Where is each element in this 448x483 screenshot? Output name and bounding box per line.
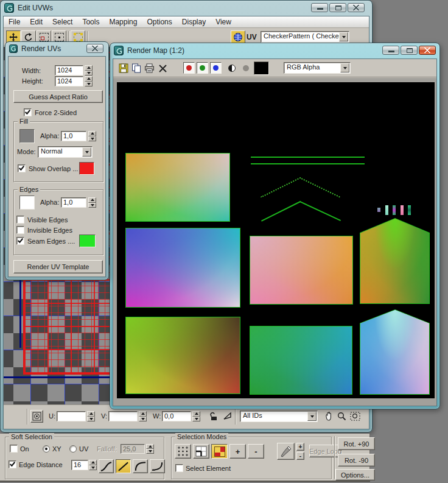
id-filter-dropdown[interactable]: All IDs: [240, 411, 318, 422]
show-map-button[interactable]: [231, 30, 245, 44]
render-uv-template-button[interactable]: Render UV Template: [13, 260, 103, 273]
grow-selection-button[interactable]: +: [229, 444, 246, 459]
save-bitmap-button[interactable]: [118, 63, 129, 74]
force-two-sided-checkbox[interactable]: [24, 108, 32, 116]
close-icon[interactable]: [86, 44, 103, 53]
zoom-button[interactable]: [336, 411, 347, 421]
filter-selected-faces-button[interactable]: [222, 411, 233, 421]
menu-options[interactable]: Options: [142, 18, 177, 26]
width-spinner[interactable]: [85, 65, 93, 76]
green-channel-dot-icon: [200, 65, 205, 71]
rotate-plus-90-button[interactable]: Rot. +90: [338, 437, 375, 450]
height-input[interactable]: 1024: [55, 76, 83, 86]
linear-falloff-button[interactable]: [116, 459, 131, 473]
chevron-down-icon[interactable]: [307, 412, 317, 421]
edges-alpha-spinner[interactable]: [88, 197, 96, 208]
shrink-selection-button[interactable]: -: [248, 444, 264, 459]
edge-distance-checkbox[interactable]: [9, 460, 16, 468]
edge-loop-button[interactable]: Edge Loop: [309, 445, 341, 457]
face-mode-button[interactable]: [211, 444, 228, 459]
edge-color-swatch[interactable]: [19, 196, 35, 210]
seam-color-swatch[interactable]: [79, 234, 96, 247]
menu-tools[interactable]: Tools: [77, 18, 104, 26]
alpha-channel-button[interactable]: [240, 63, 251, 74]
paint-select-button[interactable]: [277, 443, 295, 460]
fill-alpha-input[interactable]: 1,0: [61, 131, 86, 141]
red-channel-button[interactable]: [183, 62, 195, 74]
delete-button[interactable]: [157, 63, 168, 74]
chevron-down-icon[interactable]: [339, 32, 348, 41]
menu-select[interactable]: Select: [47, 18, 77, 26]
soft-selection-on-label: On: [20, 445, 29, 453]
show-overlap-checkbox[interactable]: [18, 164, 26, 172]
channel-display-dropdown[interactable]: RGB Alpha: [284, 62, 351, 74]
uv-shell-rect: [125, 317, 240, 394]
invisible-edges-checkbox[interactable]: [16, 226, 24, 234]
green-channel-button[interactable]: [197, 62, 208, 74]
edge-distance-spinner[interactable]: [89, 460, 97, 470]
zoom-icon: [337, 412, 346, 421]
chevron-down-icon[interactable]: [340, 63, 349, 72]
minimize-icon[interactable]: [382, 46, 399, 55]
brush-shrink-button[interactable]: -: [296, 452, 304, 460]
v-label: V:: [101, 412, 107, 420]
scale-icon: [40, 33, 49, 41]
u-spinner[interactable]: [87, 411, 95, 421]
lock-selection-button[interactable]: [208, 411, 219, 421]
u-input[interactable]: [57, 411, 86, 421]
options-button[interactable]: Options...: [335, 469, 375, 481]
minimize-icon[interactable]: [311, 3, 328, 12]
w-label: W:: [153, 412, 161, 420]
guess-aspect-ratio-button[interactable]: Guess Aspect Ratio: [13, 90, 103, 103]
maximize-icon[interactable]: [329, 3, 346, 12]
vertex-mode-button[interactable]: [175, 444, 191, 459]
menu-edit[interactable]: Edit: [25, 18, 47, 26]
fast-falloff-button[interactable]: [150, 459, 165, 473]
pattern-dropdown[interactable]: CheckerPattern ( Checker ): [261, 31, 349, 43]
seam-edges-checkbox[interactable]: [16, 237, 24, 245]
edges-alpha-input[interactable]: 1,0: [61, 197, 86, 208]
slow-falloff-button[interactable]: [133, 459, 148, 473]
zoom-region-button[interactable]: [349, 411, 360, 421]
menu-mapping[interactable]: Mapping: [104, 18, 142, 26]
smooth-falloff-button[interactable]: [99, 459, 114, 473]
edge-mode-button[interactable]: [193, 444, 209, 459]
falloff-spinner[interactable]: [146, 444, 154, 454]
copy-bitmap-button[interactable]: [131, 63, 142, 74]
brush-grow-button[interactable]: +: [296, 443, 304, 451]
uv-edge-segment: [299, 177, 340, 197]
xy-radio-label: XY: [52, 445, 61, 453]
v-spinner[interactable]: [139, 411, 147, 421]
w-input[interactable]: 0,0: [162, 411, 191, 421]
print-button[interactable]: [144, 63, 155, 74]
maximize-icon[interactable]: [401, 46, 418, 55]
blue-channel-button[interactable]: [210, 62, 222, 74]
close-icon[interactable]: [419, 46, 436, 55]
menu-display[interactable]: Display: [177, 18, 211, 26]
menu-file[interactable]: File: [4, 18, 25, 26]
xy-radio[interactable]: [43, 445, 50, 453]
chevron-down-icon[interactable]: [82, 147, 91, 157]
uv-radio[interactable]: [69, 445, 77, 453]
overlap-color-swatch[interactable]: [79, 162, 94, 175]
edge-distance-input[interactable]: 16: [71, 460, 88, 470]
w-spinner[interactable]: [192, 411, 200, 421]
select-element-checkbox[interactable]: [175, 464, 183, 472]
rendered-map-canvas[interactable]: [117, 82, 435, 398]
background-color-swatch[interactable]: [254, 62, 269, 75]
fill-alpha-spinner[interactable]: [88, 131, 96, 141]
pan-hand-icon: [324, 411, 333, 421]
pan-button[interactable]: [323, 411, 334, 421]
menu-view[interactable]: View: [211, 18, 236, 26]
close-icon[interactable]: [348, 3, 365, 12]
mono-channel-button[interactable]: [226, 63, 237, 74]
soft-selection-on-checkbox[interactable]: [10, 445, 18, 453]
width-input[interactable]: 1024: [55, 65, 83, 76]
rotate-minus-90-button[interactable]: Rot. -90: [338, 454, 375, 467]
fill-color-swatch[interactable]: [19, 129, 35, 143]
v-input[interactable]: [108, 411, 138, 421]
absolute-offset-toggle[interactable]: [30, 410, 43, 423]
height-spinner[interactable]: [85, 76, 93, 86]
mode-dropdown[interactable]: Normal: [38, 146, 93, 158]
visible-edges-checkbox[interactable]: [16, 216, 24, 224]
